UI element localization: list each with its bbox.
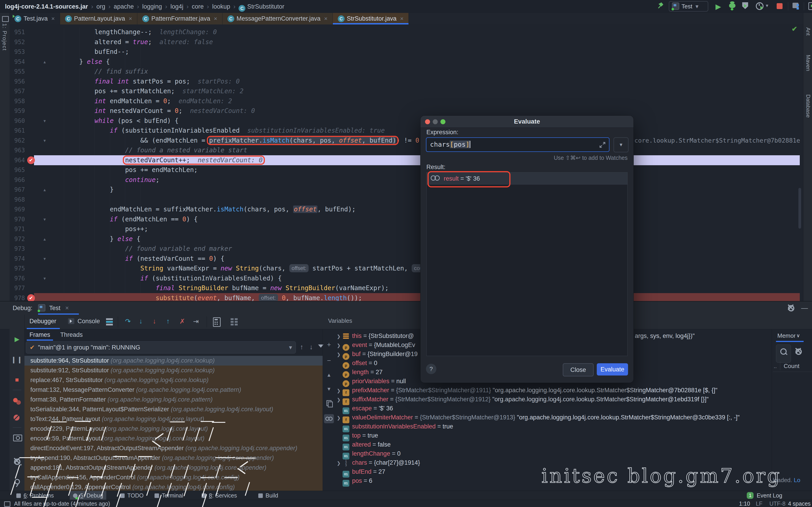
evaluate-expression-icon[interactable] <box>213 317 221 327</box>
result-tree[interactable]: result = '$' 36 <box>426 172 627 356</box>
code-line[interactable]: 967▴ } <box>9 185 803 194</box>
line-number[interactable]: 961 <box>9 126 25 135</box>
code-line[interactable]: 973 // found variable end marker <box>9 244 803 254</box>
toolwindow-button-6-problems[interactable]: 6: Problems <box>13 491 57 500</box>
line-number[interactable]: 972 <box>9 234 25 244</box>
variable-row[interactable]: 01altered = false <box>335 440 772 449</box>
frames-list[interactable]: substitute:964, StrSubstitutor (org.apac… <box>24 356 323 491</box>
close-icon[interactable]: × <box>324 15 327 22</box>
step-out-icon[interactable]: ↑ <box>166 317 170 325</box>
variable-row[interactable]: 01escape = '$' 36 <box>335 404 772 413</box>
variable-row[interactable]: ❯fprefixMatcher = {StrMatcher$StringMatc… <box>335 386 772 395</box>
code-line[interactable]: 970▾ if (endMatchLen == 0) { <box>9 214 803 224</box>
sidebar-item-project[interactable]: 1: Project <box>1 23 8 51</box>
code-line[interactable]: 963 // found a nested variable start <box>9 145 803 155</box>
code-line[interactable]: 952 altered = true; altered: false <box>9 37 803 47</box>
toolwindow-button-build[interactable]: Build <box>255 491 282 500</box>
expand-icon[interactable] <box>599 142 606 148</box>
close-icon[interactable]: × <box>400 15 404 22</box>
step-into-icon[interactable]: ↓ <box>139 317 143 325</box>
tab-debugger[interactable]: Debugger <box>30 318 56 325</box>
close-button[interactable]: Close <box>563 363 594 377</box>
minimize-window-button[interactable] <box>433 119 438 124</box>
move-up-icon[interactable]: ▲ <box>325 371 333 379</box>
profiler-dropdown-icon[interactable]: ▾ <box>766 3 768 9</box>
memory-col-count[interactable]: Count <box>784 362 799 370</box>
line-number[interactable]: 977 <box>9 283 25 293</box>
fold-icon[interactable]: ▾ <box>44 135 46 146</box>
code-line[interactable]: 965 pos += endMatchLen; <box>9 165 803 175</box>
copy-icon[interactable] <box>325 400 333 407</box>
frame-row[interactable]: tryAppend:190, AbstractOutputStreamAppen… <box>24 453 323 463</box>
expression-history-dropdown[interactable]: ▾ <box>614 137 628 152</box>
breadcrumb-item[interactable]: log4j <box>170 3 183 10</box>
line-number[interactable]: 952 <box>9 37 25 47</box>
run-button[interactable]: ▶ <box>715 2 721 11</box>
file-encoding[interactable]: UTF-8 <box>769 500 785 507</box>
tab-console[interactable]: Console <box>78 318 100 325</box>
line-number[interactable]: 973 <box>9 244 25 254</box>
memory-search-button[interactable] <box>776 344 791 362</box>
line-number[interactable]: 969 <box>9 205 25 214</box>
breadcrumb-item[interactable]: lookup <box>212 3 230 10</box>
frame-row[interactable]: callAppender0:129, AppenderControl (org.… <box>24 482 323 491</box>
tab-threads[interactable]: Threads <box>60 331 83 338</box>
code-line[interactable]: 956 final int startPos = pos; startPos: … <box>9 76 803 87</box>
close-icon[interactable]: × <box>51 15 55 22</box>
fold-icon[interactable]: ▾ <box>44 116 46 126</box>
debug-button[interactable] <box>729 3 735 8</box>
frame-row[interactable]: toSerializable:344, PatternLayout$Patter… <box>24 404 323 414</box>
run-anything-icon[interactable] <box>808 2 812 10</box>
sidebar-item-database[interactable]: Database <box>805 94 811 118</box>
line-number[interactable]: 951 <box>9 27 25 37</box>
fold-icon[interactable]: ▴ <box>44 185 46 194</box>
sidebar-item-maven[interactable]: Maven <box>805 55 811 71</box>
thread-up-icon[interactable]: ↑ <box>300 343 303 351</box>
frame-row[interactable]: replace:467, StrSubstitutor (org.apache.… <box>24 375 323 385</box>
mute-breakpoints-icon[interactable] <box>14 415 19 420</box>
code-line[interactable]: 955 // find suffix <box>9 66 803 76</box>
line-number[interactable]: 978 <box>9 293 25 301</box>
line-number[interactable]: 955 <box>9 66 25 76</box>
breakpoint-icon[interactable]: ✔ <box>27 156 35 164</box>
variable-row[interactable]: ❯fvalueDelimiterMatcher = {StrMatcher$St… <box>335 413 772 422</box>
code-line[interactable]: 968 <box>9 194 803 205</box>
line-number[interactable]: 965 <box>9 165 25 175</box>
line-number[interactable]: 974 <box>9 254 25 264</box>
line-number[interactable]: 960 <box>9 116 25 126</box>
run-config-selector[interactable]: Test▾ <box>669 1 708 11</box>
breadcrumb-item[interactable]: logging <box>142 3 162 10</box>
drop-frame-icon[interactable]: ✗ <box>180 317 185 325</box>
code-line[interactable]: 953 bufEnd--; <box>9 47 803 57</box>
hide-panel-icon[interactable]: — <box>801 301 808 315</box>
memory-settings-icon[interactable] <box>796 349 802 356</box>
code-line[interactable]: 960▾ while (pos < bufEnd) { <box>9 116 803 126</box>
variable-row[interactable]: 01substitutionInVariablesEnabled = true <box>335 422 772 431</box>
sidebar-item-ant[interactable]: Ant <box>805 27 811 36</box>
code-line[interactable]: 957 pos += startMatchLen; startMatchLen:… <box>9 86 803 96</box>
stop-button[interactable]: ■ <box>9 376 24 383</box>
close-icon[interactable]: × <box>65 305 69 312</box>
stop-button[interactable] <box>777 3 782 9</box>
breadcrumb-item[interactable]: org <box>97 3 105 10</box>
line-number[interactable]: 966 <box>9 175 25 185</box>
fold-icon[interactable]: ▾ <box>44 273 46 283</box>
thread-down-icon[interactable]: ↓ <box>309 343 313 351</box>
line-number[interactable]: 968 <box>9 194 25 205</box>
code-line[interactable]: 971 pos++; <box>9 224 803 234</box>
fold-icon[interactable]: ▾ <box>44 214 46 224</box>
code-line[interactable]: 951 lengthChange--; lengthChange: 0 <box>9 27 803 37</box>
line-number[interactable]: 958 <box>9 96 25 106</box>
line-number[interactable]: 964 <box>9 155 25 165</box>
project-structure-icon[interactable] <box>793 3 798 8</box>
breadcrumb-item[interactable]: log4j-core-2.14.1-sources.jar <box>5 3 88 10</box>
toolwindow-button-todo[interactable]: TODO <box>117 491 147 500</box>
line-number[interactable]: 976 <box>9 273 25 283</box>
variable-row[interactable]: 01top = true <box>335 431 772 440</box>
breadcrumb-item[interactable]: core <box>192 3 204 10</box>
code-line[interactable]: 974▾ if (nestedVarCount == 0) { <box>9 254 803 264</box>
code-line[interactable]: 975 String varNameExpr = new String(char… <box>9 264 803 273</box>
breadcrumb[interactable]: log4j-core-2.14.1-sources.jar›org›apache… <box>5 0 284 13</box>
line-number[interactable]: 971 <box>9 224 25 234</box>
view-breakpoints-icon[interactable] <box>13 398 18 402</box>
